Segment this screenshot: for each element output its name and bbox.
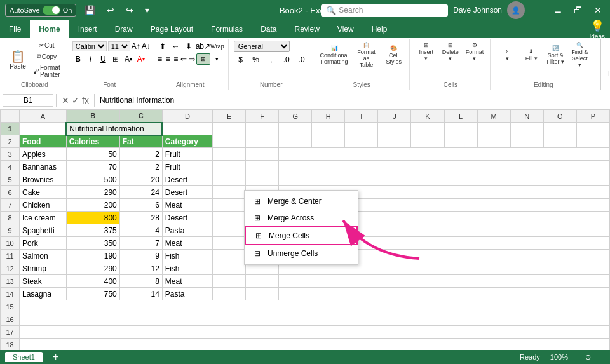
cell-d4[interactable]: Fruit xyxy=(162,161,212,173)
cell-a8[interactable]: Ice cream xyxy=(20,212,67,224)
cell-b9[interactable]: 375 xyxy=(66,224,119,237)
decrease-font-button[interactable]: A↓ xyxy=(142,41,151,52)
orientation-button[interactable]: ab↗ xyxy=(196,41,210,52)
cell-a7[interactable]: Chicken xyxy=(20,199,67,212)
save-button[interactable]: 💾 xyxy=(81,4,98,17)
wrap-text-button[interactable]: Wrap xyxy=(210,41,224,52)
cell-e1[interactable] xyxy=(213,123,246,135)
col-header-l[interactable]: L xyxy=(444,110,477,123)
cell-c14[interactable]: 14 xyxy=(119,288,162,300)
cell-e11[interactable] xyxy=(213,250,246,262)
accounting-button[interactable]: $ xyxy=(234,54,248,65)
col-header-c[interactable]: C xyxy=(119,110,162,123)
row-header-9[interactable]: 9 xyxy=(1,224,20,237)
cell-c7[interactable]: 6 xyxy=(119,199,162,212)
tab-view[interactable]: View xyxy=(329,20,363,38)
tab-ideas[interactable]: 💡 Ideas xyxy=(585,20,610,38)
cell-e5[interactable] xyxy=(213,173,246,186)
cell-b5[interactable]: 500 xyxy=(66,173,119,186)
col-header-g[interactable]: G xyxy=(279,110,312,123)
cell-a9[interactable]: Spaghetti xyxy=(20,224,67,237)
find-select-button[interactable]: 🔍 Find &Select ▾ xyxy=(568,41,591,69)
border-button[interactable]: ⊞ xyxy=(110,53,121,65)
comma-button[interactable]: , xyxy=(264,54,278,65)
cell-i2[interactable] xyxy=(345,135,378,148)
cell-d10[interactable]: Meat xyxy=(162,237,212,250)
cell-a2[interactable]: Food xyxy=(20,135,67,148)
row-header-10[interactable]: 10 xyxy=(1,237,20,250)
align-left-button[interactable]: ≡ xyxy=(156,53,164,65)
tab-review[interactable]: Review xyxy=(285,20,328,38)
autosave-badge[interactable]: AutoSave On xyxy=(5,4,76,17)
tab-page-layout[interactable]: Page Layout xyxy=(142,20,202,38)
cell-c4[interactable]: 2 xyxy=(119,161,162,173)
add-sheet-button[interactable]: + xyxy=(53,351,58,363)
row-header-11[interactable]: 11 xyxy=(1,250,20,262)
cell-o1[interactable] xyxy=(543,123,576,135)
cell-h1[interactable] xyxy=(312,123,345,135)
cell-n2[interactable] xyxy=(510,135,543,148)
cell-f13[interactable] xyxy=(246,275,279,288)
col-header-k[interactable]: K xyxy=(411,110,444,123)
cell-j2[interactable] xyxy=(378,135,411,148)
confirm-formula-icon[interactable]: ✓ xyxy=(72,95,79,105)
row-header-4[interactable]: 4 xyxy=(1,161,20,173)
cell-n1[interactable] xyxy=(510,123,543,135)
col-header-f[interactable]: F xyxy=(246,110,279,123)
cell-c2[interactable]: Fat xyxy=(119,135,162,148)
cell-e3[interactable] xyxy=(213,148,246,161)
tab-home[interactable]: Home xyxy=(30,20,69,38)
cell-a4[interactable]: Bannanas xyxy=(20,161,67,173)
cell-a12[interactable]: Shrimp xyxy=(20,262,67,275)
tab-help[interactable]: Help xyxy=(363,20,396,38)
col-header-e[interactable]: E xyxy=(213,110,246,123)
tab-file[interactable]: File xyxy=(0,20,30,38)
fill-button[interactable]: ⬇ Fill ▾ xyxy=(520,47,543,63)
cell-e12[interactable] xyxy=(213,262,246,275)
cell-b1[interactable]: Nutritional Information xyxy=(66,123,162,135)
cell-c9[interactable]: 4 xyxy=(119,224,162,237)
zoom-slider[interactable]: —⊙—— xyxy=(578,353,605,361)
cell-e7[interactable] xyxy=(213,199,246,212)
col-header-n[interactable]: N xyxy=(510,110,543,123)
cell-d14[interactable]: Pasta xyxy=(162,288,212,300)
cell-p2[interactable] xyxy=(576,135,609,148)
cut-button[interactable]: ✂Cut xyxy=(30,41,63,50)
cell-ref-input[interactable] xyxy=(3,94,53,107)
cell-e2[interactable] xyxy=(213,135,246,148)
ribbon-collapse-button[interactable]: — xyxy=(530,4,545,17)
cell-i1[interactable] xyxy=(345,123,378,135)
row-header-14[interactable]: 14 xyxy=(1,288,20,300)
cell-e8[interactable] xyxy=(213,212,246,224)
cell-b10[interactable]: 350 xyxy=(66,237,119,250)
col-header-a[interactable]: A xyxy=(20,110,67,123)
cell-e13[interactable] xyxy=(213,275,246,288)
cell-d6[interactable]: Desert xyxy=(162,186,212,199)
cell-a1[interactable] xyxy=(20,123,67,135)
cell-g2[interactable] xyxy=(279,135,312,148)
row-header-5[interactable]: 5 xyxy=(1,173,20,186)
cell-c3[interactable]: 2 xyxy=(119,148,162,161)
cell-l2[interactable] xyxy=(444,135,477,148)
unmerge-cells-item[interactable]: ⊟ Unmerge Cells xyxy=(245,245,358,262)
paste-button[interactable]: 📋 Paste xyxy=(6,50,29,71)
cell-f2[interactable] xyxy=(246,135,279,148)
cell-d5[interactable]: Desert xyxy=(162,173,212,186)
tab-formulas[interactable]: Formulas xyxy=(202,20,252,38)
cell-a3[interactable]: Apples xyxy=(20,148,67,161)
cell-b11[interactable]: 190 xyxy=(66,250,119,262)
row-header-6[interactable]: 6 xyxy=(1,186,20,199)
sort-filter-button[interactable]: 🔃 Sort &Filter ▾ xyxy=(544,44,567,66)
tab-data[interactable]: Data xyxy=(252,20,285,38)
cell-f4[interactable] xyxy=(246,161,279,173)
row-header-2[interactable]: 2 xyxy=(1,135,20,148)
cell-b2[interactable]: Calories xyxy=(66,135,119,148)
cell-p1[interactable] xyxy=(576,123,609,135)
sheet-tab[interactable]: Sheet1 xyxy=(5,352,43,362)
col-header-b[interactable]: B xyxy=(66,110,119,123)
undo-button[interactable]: ↩ xyxy=(104,4,118,17)
cell-b13[interactable]: 400 xyxy=(66,275,119,288)
row-header-3[interactable]: 3 xyxy=(1,148,20,161)
merge-center-item[interactable]: ⊞ Merge & Center xyxy=(245,193,358,210)
merge-dropdown-button[interactable]: ▾ xyxy=(210,53,224,65)
